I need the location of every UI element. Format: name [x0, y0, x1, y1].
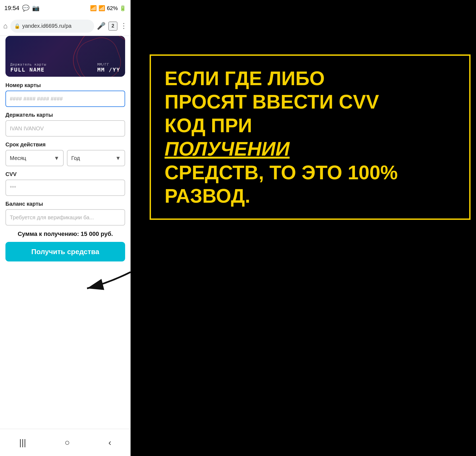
nav-back-icon[interactable]: ‹	[108, 437, 111, 448]
card-number-input[interactable]: #### #### #### ####	[5, 91, 125, 107]
cvv-section: ***	[5, 180, 125, 196]
warning-line5: СРЕДСТВ, ТО ЭТО 100%	[165, 162, 398, 183]
card-visual: Держатель карты FULL NAME ММ/ГГ MM /YY	[5, 36, 125, 77]
warning-line2: ПРОСЯТ ВВЕСТИ CVV	[165, 91, 379, 113]
url-text: yandex.id6695.ru/pa	[22, 23, 72, 29]
balance-input[interactable]: Требуется для верификации ба...	[5, 209, 125, 226]
cvv-arrow	[82, 267, 136, 294]
battery-display: 62%	[107, 5, 118, 11]
year-placeholder: Год	[71, 155, 80, 161]
url-bar[interactable]: 🔒 yandex.id6695.ru/pa	[10, 20, 94, 33]
year-chevron-icon: ▼	[115, 155, 121, 161]
browser-bar: ⌂ 🔒 yandex.id6695.ru/pa 🎤 2 ⋮	[0, 16, 131, 36]
page-content: Держатель карты FULL NAME ММ/ГГ MM /YY Н…	[0, 36, 131, 456]
home-icon[interactable]: ⌂	[3, 22, 8, 30]
month-placeholder: Месяц	[10, 155, 26, 161]
warning-line4: ПОЛУЧЕНИИ	[165, 138, 290, 160]
cvv-label: CVV	[5, 171, 125, 177]
warning-line1: ЕСЛИ ГДЕ ЛИБО	[165, 67, 325, 89]
warning-box: ЕСЛИ ГДЕ ЛИБО ПРОСЯТ ВВЕСТИ CVV КОД ПРИ …	[150, 54, 471, 220]
expiry-row: Месяц ▼ Год ▼	[5, 150, 125, 166]
card-bottom-row: Держатель карты FULL NAME ММ/ГГ MM /YY	[10, 62, 120, 73]
card-expiry-section: ММ/ГГ MM /YY	[97, 62, 120, 73]
holder-label: Держатель карты	[5, 112, 125, 118]
message-icon: 💬	[22, 5, 29, 12]
month-chevron-icon: ▼	[54, 155, 59, 161]
sum-text: Сумма к получению: 15 000 руб.	[5, 230, 125, 238]
holder-input[interactable]: IVAN IVANOV	[5, 120, 125, 137]
holder-placeholder: IVAN IVANOV	[10, 125, 44, 132]
year-select[interactable]: Год ▼	[67, 150, 125, 166]
card-holder-value: FULL NAME	[10, 66, 46, 73]
screenshot-icon: 📷	[32, 5, 39, 12]
nav-home-icon[interactable]: ○	[64, 437, 70, 448]
card-expiry-label: ММ/ГГ	[97, 62, 120, 66]
expiry-label: Срок действия	[5, 141, 125, 148]
phone-screen: 19:54 💬 📷 📶 📶 62% 🔋 ⌂ 🔒 yandex.id6695.ru…	[0, 0, 131, 456]
signal-icon: 📶	[98, 5, 105, 11]
warning-line3: КОД ПРИ	[165, 115, 252, 136]
month-select[interactable]: Месяц ▼	[5, 150, 64, 166]
status-right: 📶 📶 62% 🔋	[90, 5, 126, 11]
cvv-placeholder: ***	[10, 185, 16, 191]
card-holder-section: Держатель карты FULL NAME	[10, 62, 46, 73]
tabs-button[interactable]: 2	[108, 21, 118, 31]
warning-line6: РАЗВОД.	[165, 185, 250, 207]
status-bar: 19:54 💬 📷 📶 📶 62% 🔋	[0, 0, 131, 16]
nav-bar: ||| ○ ‹	[0, 429, 131, 456]
wifi-icon: 📶	[90, 5, 97, 11]
nav-menu-icon[interactable]: |||	[19, 437, 26, 448]
balance-label: Баланс карты	[5, 201, 125, 207]
card-number-label: Номер карты	[5, 82, 125, 88]
battery-icon: 🔋	[119, 5, 126, 11]
card-holder-label: Держатель карты	[10, 62, 46, 66]
lock-icon: 🔒	[14, 23, 20, 29]
more-menu-icon[interactable]: ⋮	[120, 22, 127, 30]
card-expiry-value: MM /YY	[97, 66, 120, 73]
time-display: 19:54	[4, 5, 19, 12]
form-area: Номер карты #### #### #### #### Держател…	[0, 77, 131, 267]
card-number-placeholder: #### #### #### ####	[10, 96, 63, 102]
balance-placeholder: Требуется для верификации ба...	[10, 214, 94, 221]
warning-text: ЕСЛИ ГДЕ ЛИБО ПРОСЯТ ВВЕСТИ CVV КОД ПРИ …	[165, 67, 456, 208]
cvv-input[interactable]: ***	[5, 180, 125, 196]
status-left: 19:54 💬 📷	[4, 5, 39, 12]
mic-icon[interactable]: 🎤	[97, 22, 106, 30]
get-funds-button[interactable]: Получить средства	[5, 242, 125, 261]
